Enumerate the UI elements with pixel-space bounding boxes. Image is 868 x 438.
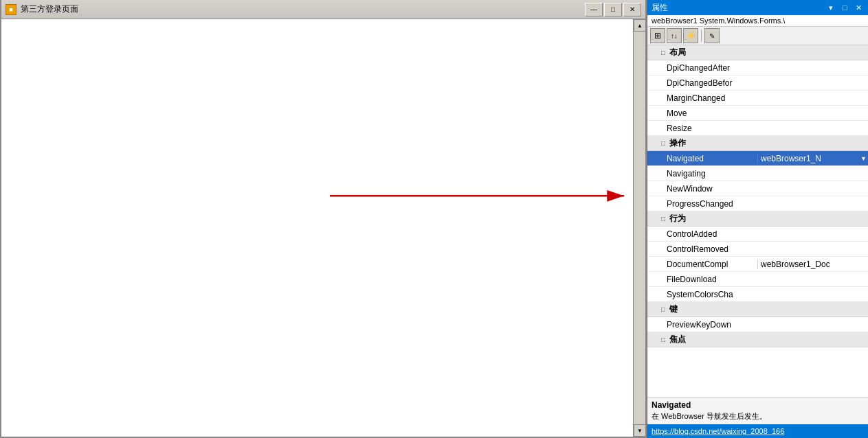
- prop-name-move: Move: [647, 108, 757, 118]
- prop-row-move[interactable]: Move: [647, 106, 868, 121]
- form-title: 第三方登录页面: [21, 3, 78, 15]
- form-controls: — □ ✕: [585, 3, 641, 16]
- group-label-operation: 操作: [669, 137, 686, 149]
- group-toggle-keys: □: [661, 306, 665, 313]
- scroll-up-arrow[interactable]: ▲: [634, 19, 646, 32]
- prop-row-documentcomplete[interactable]: DocumentCompl webBrowser1_Doc: [647, 257, 868, 272]
- group-label-keys: 键: [669, 303, 678, 315]
- status-url[interactable]: https://blog.csdn.net/waixing_2008_166: [652, 427, 784, 435]
- group-header-keys[interactable]: □ 键: [647, 302, 868, 317]
- prop-row-controladded[interactable]: ControlAdded: [647, 227, 868, 242]
- prop-name-resize: Resize: [647, 124, 757, 133]
- prop-row-dpichangedafter[interactable]: DpiChangedAfter: [647, 60, 868, 76]
- panel-toolbar: ⊞ ↑↓ ⚡ ✎: [647, 27, 868, 45]
- status-bar: https://blog.csdn.net/waixing_2008_166: [647, 424, 868, 438]
- panel-close-icon[interactable]: ✕: [853, 3, 864, 12]
- toolbar-separator: [701, 30, 702, 42]
- prop-name-filedownload: FileDownload: [647, 275, 757, 284]
- form-icon: ■: [5, 4, 16, 15]
- properties-list[interactable]: □ 布局 DpiChangedAfter DpiChangedBefor Mar…: [647, 45, 868, 397]
- prop-row-filedownload[interactable]: FileDownload: [647, 272, 868, 287]
- prop-row-dpichangedbefore[interactable]: DpiChangedBefor: [647, 76, 868, 91]
- panel-pin-icon[interactable]: ▾: [825, 3, 836, 12]
- group-header-focus[interactable]: □ 焦点: [647, 332, 868, 347]
- prop-row-navigating[interactable]: Navigating: [647, 166, 868, 181]
- toolbar-prop-page-btn[interactable]: ✎: [704, 28, 720, 43]
- group-toggle-operation: □: [661, 139, 665, 147]
- prop-name-systemcolors: SystemColorsCha: [647, 290, 757, 299]
- group-label-focus: 焦点: [669, 334, 686, 345]
- arrow-annotation: [1, 19, 645, 437]
- form-title-left: ■ 第三方登录页面: [5, 3, 78, 15]
- group-header-operation[interactable]: □ 操作: [647, 136, 868, 151]
- panel-title: 属性: [652, 2, 668, 14]
- prop-row-navigated[interactable]: Navigated webBrowser1_N ▼: [647, 151, 868, 166]
- prop-name-newwindow: NewWindow: [647, 184, 757, 194]
- prop-name-dpichangedafter: DpiChangedAfter: [647, 63, 757, 73]
- toolbar-events-btn[interactable]: ⚡: [683, 28, 698, 43]
- component-label: webBrowser1 System.Windows.Forms.\: [647, 15, 868, 27]
- close-button[interactable]: ✕: [623, 3, 641, 16]
- prop-name-marginchanged: MarginChanged: [647, 93, 757, 103]
- scroll-down-arrow[interactable]: ▼: [634, 424, 646, 437]
- prop-row-systemcolors[interactable]: SystemColorsCha: [647, 287, 868, 302]
- prop-name-controladded: ControlAdded: [647, 229, 757, 239]
- prop-row-controlremoved[interactable]: ControlRemoved: [647, 242, 868, 257]
- group-toggle-behavior: □: [661, 215, 665, 222]
- form-icon-symbol: ■: [9, 6, 12, 13]
- prop-name-controlremoved: ControlRemoved: [647, 244, 757, 254]
- form-titlebar: ■ 第三方登录页面 — □ ✕: [1, 0, 645, 19]
- form-scrollbar: ▲ ▼: [633, 19, 645, 437]
- prop-value-documentcomplete: webBrowser1_Doc: [757, 260, 868, 269]
- prop-name-dpichangedbefore: DpiChangedBefor: [647, 78, 757, 88]
- prop-name-previewkeydown: PreviewKeyDown: [647, 320, 757, 330]
- minimize-button[interactable]: —: [585, 3, 603, 16]
- prop-row-progresschanged[interactable]: ProgressChanged: [647, 196, 868, 211]
- panel-title-controls: ▾ □ ✕: [825, 3, 864, 12]
- group-label-behavior: 行为: [669, 213, 686, 224]
- prop-name-navigating: Navigating: [647, 169, 757, 178]
- group-header-layout[interactable]: □ 布局: [647, 45, 868, 60]
- prop-row-previewkeydown[interactable]: PreviewKeyDown: [647, 317, 868, 332]
- prop-name-navigated: Navigated: [647, 154, 757, 163]
- panel-titlebar: 属性 ▾ □ ✕: [647, 0, 868, 15]
- panel-window-icon[interactable]: □: [839, 3, 850, 12]
- form-body: ▲ ▼: [1, 19, 645, 437]
- group-header-behavior[interactable]: □ 行为: [647, 211, 868, 227]
- info-description: 在 WebBrowser 导航发生后发生。: [652, 411, 864, 422]
- group-toggle-layout: □: [661, 49, 665, 56]
- form-window: ■ 第三方登录页面 — □ ✕ ▲ ▼: [0, 0, 647, 438]
- group-label-layout: 布局: [669, 47, 686, 58]
- info-title: Navigated: [652, 400, 864, 410]
- restore-button[interactable]: □: [604, 3, 622, 16]
- toolbar-sort-btn[interactable]: ↑↓: [667, 28, 682, 43]
- prop-row-newwindow[interactable]: NewWindow: [647, 181, 868, 196]
- prop-row-resize[interactable]: Resize: [647, 121, 868, 136]
- prop-value-navigated: webBrowser1_N ▼: [757, 154, 868, 163]
- toolbar-grid-btn[interactable]: ⊞: [650, 28, 665, 43]
- prop-row-marginchanged[interactable]: MarginChanged: [647, 91, 868, 106]
- prop-value-text-navigated: webBrowser1_N: [761, 154, 821, 163]
- prop-name-progresschanged: ProgressChanged: [647, 199, 757, 209]
- group-toggle-focus: □: [661, 336, 665, 343]
- dropdown-arrow-navigated[interactable]: ▼: [860, 155, 867, 162]
- panel-info: Navigated 在 WebBrowser 导航发生后发生。: [647, 397, 868, 424]
- prop-name-documentcomplete: DocumentCompl: [647, 260, 757, 269]
- properties-panel: 属性 ▾ □ ✕ webBrowser1 System.Windows.Form…: [647, 0, 868, 438]
